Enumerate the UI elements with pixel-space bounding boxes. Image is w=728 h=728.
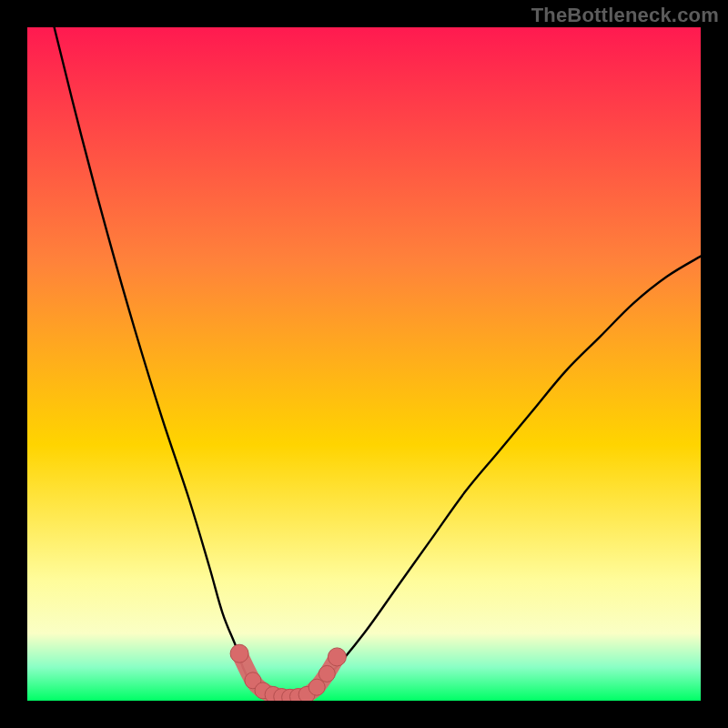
outer-frame: TheBottleneck.com xyxy=(0,0,728,728)
plot-area xyxy=(27,27,701,701)
bottleneck-chart xyxy=(27,27,701,701)
marker-point xyxy=(308,679,325,695)
watermark-text: TheBottleneck.com xyxy=(531,4,719,27)
marker-point xyxy=(230,644,248,662)
marker-point xyxy=(328,648,346,666)
marker-point xyxy=(318,665,335,682)
gradient-background xyxy=(27,27,701,701)
